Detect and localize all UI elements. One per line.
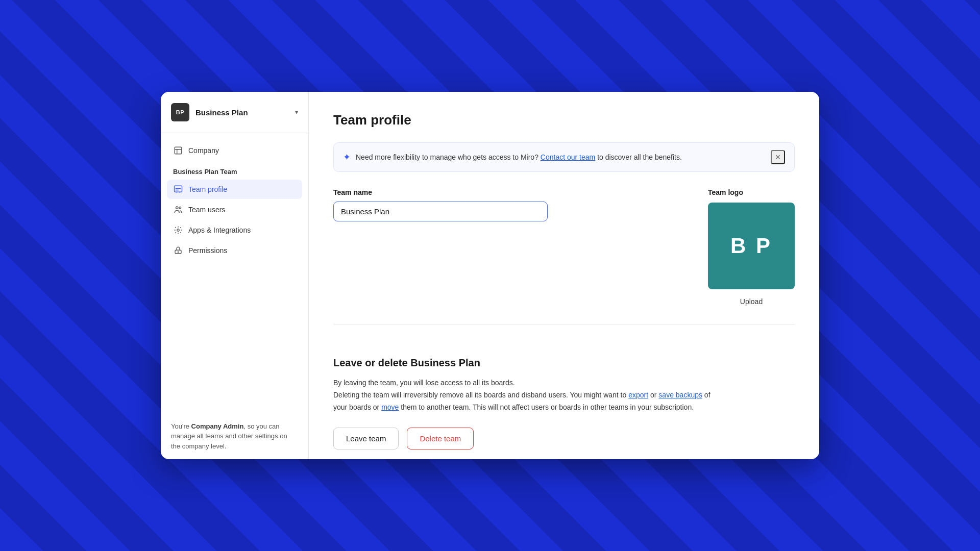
sidebar-footer: You're Company Admin, so you can manage … (161, 413, 308, 460)
sparkle-icon: ✦ (343, 152, 351, 163)
sidebar-item-apps-integrations[interactable]: Apps & Integrations (167, 220, 302, 240)
team-name-label: Team name (333, 188, 589, 196)
apps-icon (173, 225, 183, 235)
svg-rect-1 (175, 186, 182, 192)
footer-bold: Company Admin (191, 422, 244, 430)
team-logo-image: B P (708, 203, 795, 289)
danger-description: By leaving the team, you will lose acces… (333, 377, 795, 413)
sidebar-item-team-profile[interactable]: Team profile (167, 180, 302, 199)
export-link[interactable]: export (628, 391, 648, 399)
team-name-input[interactable] (333, 202, 548, 221)
team-name-left: Team name (333, 188, 589, 221)
team-name-section: Team name Team logo B P Upload (333, 188, 795, 308)
danger-section-title: Leave or delete Business Plan (333, 357, 795, 369)
team-users-icon (173, 205, 183, 215)
page-title: Team profile (333, 112, 795, 128)
main-content: Team profile ✦ Need more flexibility to … (309, 92, 819, 459)
sidebar-nav: Company Business Plan Team Team profile (161, 133, 308, 269)
team-logo-section: Team logo B P Upload (708, 188, 795, 308)
banner-text: Need more flexibility to manage who gets… (356, 153, 766, 161)
sidebar-item-label-team-profile: Team profile (188, 185, 227, 193)
action-buttons: Leave team Delete team (333, 428, 795, 449)
sidebar-header[interactable]: BP Business Plan ▾ (161, 92, 308, 133)
permissions-icon (173, 245, 183, 256)
leave-team-button[interactable]: Leave team (333, 428, 399, 449)
team-avatar: BP (171, 103, 189, 121)
svg-point-2 (176, 207, 179, 209)
move-link[interactable]: move (381, 403, 399, 411)
banner-close-button[interactable]: × (771, 150, 785, 164)
company-label: Company (188, 146, 219, 155)
team-logo-label: Team logo (708, 188, 743, 196)
sidebar-item-label-apps: Apps & Integrations (188, 226, 251, 234)
banner-contact-link[interactable]: Contact our team (541, 153, 595, 161)
sidebar-item-permissions[interactable]: Permissions (167, 241, 302, 260)
sidebar-item-label-permissions: Permissions (188, 246, 227, 255)
info-banner: ✦ Need more flexibility to manage who ge… (333, 142, 795, 172)
svg-point-5 (178, 252, 179, 253)
team-profile-icon (173, 184, 183, 194)
delete-team-button[interactable]: Delete team (407, 428, 474, 449)
sidebar-team-name: Business Plan (195, 108, 289, 117)
svg-rect-0 (175, 147, 182, 154)
chevron-down-icon[interactable]: ▾ (295, 109, 298, 116)
app-window: BP Business Plan ▾ Company Business Plan… (161, 92, 819, 459)
save-backups-link[interactable]: save backups (658, 391, 702, 399)
upload-button[interactable]: Upload (736, 295, 767, 308)
svg-point-3 (179, 207, 181, 209)
section-divider (333, 324, 795, 324)
company-icon (173, 145, 183, 156)
sidebar-item-label-team-users: Team users (188, 206, 225, 214)
sidebar-item-company[interactable]: Company (167, 141, 302, 160)
svg-point-4 (177, 229, 180, 232)
footer-prefix: You're (171, 422, 191, 430)
sidebar: BP Business Plan ▾ Company Business Plan… (161, 92, 309, 459)
sidebar-section-title: Business Plan Team (167, 162, 302, 180)
danger-section: Leave or delete Business Plan By leaving… (333, 341, 795, 449)
sidebar-item-team-users[interactable]: Team users (167, 200, 302, 219)
or-text: or (650, 391, 656, 399)
